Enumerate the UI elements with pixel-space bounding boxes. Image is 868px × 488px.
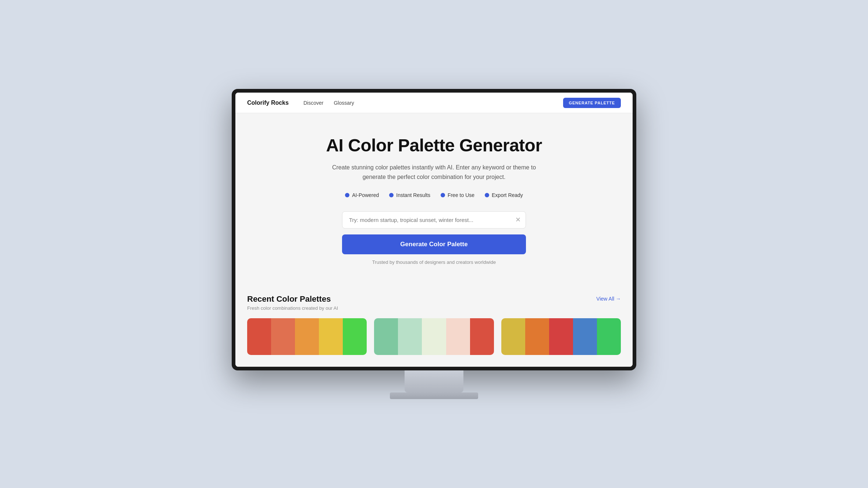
recent-header-left: Recent Color Palettes Fresh color combin… [247,294,338,311]
recent-subtitle: Fresh color combinations created by our … [247,305,338,311]
trusted-text: Trusted by thousands of designers and cr… [247,259,621,265]
swatch-2-2 [398,318,422,355]
recent-title: Recent Color Palettes [247,294,338,304]
badge-label-export: Export Ready [492,192,523,198]
swatch-3-1 [501,318,525,355]
monitor-wrapper: Colorify Rocks Discover Glossary GENERAT… [232,89,636,399]
badge-dot-ai [345,193,349,197]
hero-badges: AI-Powered Instant Results Free to Use E… [247,192,621,198]
palette-card-2[interactable] [374,318,494,355]
swatch-3-2 [525,318,549,355]
badge-dot-free [441,193,445,197]
hero-title: AI Color Palette Generator [247,135,621,155]
swatch-2-5 [470,318,494,355]
badge-label-free: Free to Use [448,192,474,198]
swatch-1-5 [343,318,367,355]
badge-dot-instant [389,193,394,197]
palette-card-1[interactable] [247,318,367,355]
nav-discover[interactable]: Discover [303,100,323,106]
generate-palette-button[interactable]: Generate Color Palette [342,234,526,254]
swatch-3-3 [549,318,573,355]
hero-subtitle: Create stunning color palettes instantly… [327,163,541,182]
badge-export-ready: Export Ready [485,192,523,198]
swatch-2-1 [374,318,398,355]
search-container: ✕ [342,211,526,229]
screen-inner: Colorify Rocks Discover Glossary GENERAT… [235,93,633,366]
swatch-1-4 [319,318,343,355]
badge-ai-powered: AI-Powered [345,192,379,198]
recent-section: Recent Color Palettes Fresh color combin… [235,294,633,367]
palette-card-3[interactable] [501,318,621,355]
search-input[interactable] [342,211,526,229]
badge-instant-results: Instant Results [389,192,430,198]
swatch-1-1 [247,318,271,355]
badge-label-instant: Instant Results [396,192,430,198]
badge-dot-export [485,193,489,197]
recent-header: Recent Color Palettes Fresh color combin… [247,294,621,311]
swatch-1-3 [295,318,319,355]
nav-glossary[interactable]: Glossary [334,100,354,106]
nav-generate-palette-button[interactable]: GENERATE PALETTE [563,98,621,108]
swatch-3-4 [573,318,597,355]
clear-icon[interactable]: ✕ [515,216,521,223]
swatch-3-5 [597,318,621,355]
nav-links: Discover Glossary [303,100,563,106]
view-all-link[interactable]: View All → [596,296,621,302]
swatch-2-3 [422,318,446,355]
hero-section: AI Color Palette Generator Create stunni… [235,113,633,294]
monitor-base [390,392,478,399]
palettes-grid [247,318,621,355]
monitor-stand [405,370,463,392]
badge-free-to-use: Free to Use [441,192,474,198]
swatch-2-4 [446,318,470,355]
swatch-1-2 [271,318,295,355]
monitor-screen: Colorify Rocks Discover Glossary GENERAT… [232,89,636,370]
navigation: Colorify Rocks Discover Glossary GENERAT… [235,93,633,113]
brand-logo: Colorify Rocks [247,100,289,106]
badge-label-ai: AI-Powered [352,192,379,198]
